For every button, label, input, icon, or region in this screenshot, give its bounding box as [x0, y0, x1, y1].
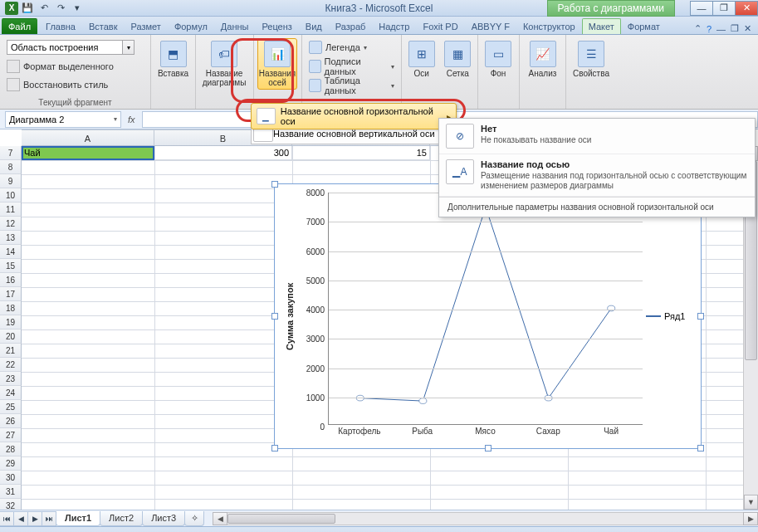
- row-header-16[interactable]: 16: [0, 273, 22, 287]
- row-header-23[interactable]: 23: [0, 372, 22, 386]
- row-header-13[interactable]: 13: [0, 231, 22, 245]
- tab-formulas[interactable]: Формул: [168, 18, 214, 34]
- window-close[interactable]: ✕: [735, 1, 758, 16]
- fx-icon[interactable]: fx: [121, 115, 142, 124]
- submenu-horiz-axis-title[interactable]: ▁ Название основной горизонтальной оси▸: [251, 103, 457, 129]
- name-box[interactable]: Диаграмма 2▾: [5, 111, 121, 128]
- format-selection-button[interactable]: Формат выделенного: [3, 58, 147, 75]
- row-header-12[interactable]: 12: [0, 217, 22, 231]
- gridlines-button[interactable]: ▦Сетка: [442, 38, 475, 81]
- analysis-button[interactable]: 📈Анализ: [523, 38, 562, 81]
- horizontal-scrollbar[interactable]: ◀ ▶: [213, 512, 758, 525]
- row-header-30[interactable]: 30: [0, 471, 22, 485]
- tab-addins[interactable]: Надстр: [372, 18, 416, 34]
- insert-shapes-button[interactable]: ⬒Вставка: [154, 38, 192, 81]
- qa-redo[interactable]: ↷: [53, 2, 68, 15]
- reset-style-button[interactable]: Восстановить стиль: [3, 76, 147, 93]
- row-header-26[interactable]: 26: [0, 414, 22, 428]
- axes-button[interactable]: ⊞Оси: [405, 38, 438, 81]
- row-header-27[interactable]: 27: [0, 428, 22, 442]
- row-header-10[interactable]: 10: [0, 188, 22, 203]
- data-labels-button[interactable]: Подписи данных▾: [306, 57, 398, 76]
- embedded-chart[interactable]: Сумма закупок 01000200030004000500060007…: [274, 183, 702, 449]
- row-header-19[interactable]: 19: [0, 315, 22, 329]
- row-header-31[interactable]: 31: [0, 485, 22, 499]
- sheet-tab-2[interactable]: Лист2: [100, 511, 143, 526]
- chart-handle-w[interactable]: [271, 313, 278, 320]
- chart-title-button[interactable]: 🏷Название диаграммы: [199, 38, 249, 90]
- row-header-28[interactable]: 28: [0, 442, 22, 456]
- window-restore[interactable]: ❐: [712, 1, 736, 16]
- legend-button[interactable]: Легенда▾: [306, 38, 398, 56]
- chart-handle-se[interactable]: [697, 445, 704, 451]
- row-header-20[interactable]: 20: [0, 329, 22, 344]
- qa-customise[interactable]: ▾: [70, 2, 85, 15]
- help-icon[interactable]: ?: [707, 24, 712, 34]
- plot-area-bg-button[interactable]: ▭Фон: [482, 38, 515, 81]
- row-header-17[interactable]: 17: [0, 287, 22, 301]
- cell-C7[interactable]: 15: [292, 146, 430, 160]
- row-header-14[interactable]: 14: [0, 245, 22, 259]
- chart-legend[interactable]: Ряд1: [646, 311, 692, 321]
- scroll-down-button[interactable]: ▼: [744, 495, 758, 510]
- tab-data[interactable]: Данны: [214, 18, 256, 34]
- axis-titles-button[interactable]: 📊Названия осей: [257, 38, 297, 90]
- cell-A7[interactable]: Чай: [22, 146, 154, 160]
- chart-properties-button[interactable]: ☰Свойства: [570, 38, 613, 81]
- tab-chart-format[interactable]: Формат: [621, 18, 667, 34]
- tab-nav-prev[interactable]: ◀: [13, 511, 28, 526]
- tab-chart-layout[interactable]: Макет: [582, 18, 621, 34]
- tab-foxit[interactable]: Foxit PD: [416, 18, 464, 34]
- row-header-11[interactable]: 11: [0, 203, 22, 217]
- row-header-25[interactable]: 25: [0, 400, 22, 414]
- hscroll-thumb[interactable]: [227, 514, 335, 524]
- tab-pagelayout[interactable]: Размет: [125, 18, 168, 34]
- tab-nav-next[interactable]: ▶: [27, 511, 42, 526]
- row-header-22[interactable]: 22: [0, 358, 22, 372]
- cell-B7[interactable]: 300: [154, 146, 292, 160]
- tab-abbyy[interactable]: ABBYY F: [465, 18, 516, 34]
- row-header-32[interactable]: 32: [0, 499, 22, 510]
- chart-handle-sw[interactable]: [271, 445, 278, 451]
- qa-undo[interactable]: ↶: [37, 2, 51, 15]
- row-header-7[interactable]: 7: [0, 146, 22, 160]
- row-header-9[interactable]: 9: [0, 174, 22, 188]
- new-sheet-button[interactable]: ✧: [184, 511, 204, 526]
- sheet-tab-1[interactable]: Лист1: [56, 511, 100, 526]
- chart-handle-e[interactable]: [697, 313, 704, 320]
- hscroll-left[interactable]: ◀: [213, 512, 227, 525]
- window-minimize[interactable]: —: [690, 1, 713, 16]
- row-header-15[interactable]: 15: [0, 259, 22, 273]
- ribbon-collapse[interactable]: ⌃: [694, 23, 702, 34]
- wb-restore[interactable]: ❐: [731, 23, 739, 34]
- row-header-18[interactable]: 18: [0, 301, 22, 315]
- row-header-29[interactable]: 29: [0, 456, 22, 471]
- chart-plot-area[interactable]: [328, 193, 643, 425]
- sheet-tab-3[interactable]: Лист3: [142, 511, 185, 526]
- tab-view[interactable]: Вид: [299, 18, 329, 34]
- axis-title-option-below[interactable]: ▁A Название под осьюРазмещение названия …: [439, 154, 755, 197]
- tab-nav-first[interactable]: ⏮: [0, 511, 14, 526]
- tab-file[interactable]: Файл: [2, 18, 37, 34]
- tab-review[interactable]: Реценз: [255, 18, 298, 34]
- chart-element-selector[interactable]: Область построения▾: [3, 38, 147, 56]
- wb-minimize[interactable]: —: [716, 24, 726, 34]
- axis-title-option-none[interactable]: ⊘ НетНе показывать название оси: [439, 119, 755, 154]
- tab-home[interactable]: Главна: [39, 18, 82, 34]
- chart-y-axis-title[interactable]: Сумма закупок: [283, 193, 296, 440]
- row-headers[interactable]: 7891011121314151617181920212223242526272…: [0, 146, 22, 510]
- chart-handle-nw[interactable]: [271, 181, 278, 188]
- tab-chart-design[interactable]: Конструктор: [516, 18, 582, 34]
- tab-insert[interactable]: Вставк: [82, 18, 125, 34]
- wb-close[interactable]: ✕: [744, 23, 751, 34]
- row-header-21[interactable]: 21: [0, 344, 22, 358]
- row-header-8[interactable]: 8: [0, 160, 22, 174]
- tab-developer[interactable]: Разраб: [329, 18, 373, 34]
- tab-nav-last[interactable]: ⏭: [42, 511, 56, 526]
- data-table-button[interactable]: Таблица данных▾: [306, 76, 398, 95]
- row-header-24[interactable]: 24: [0, 386, 22, 400]
- qa-save[interactable]: 💾: [20, 2, 35, 15]
- chart-handle-s[interactable]: [485, 445, 491, 451]
- col-header-A[interactable]: A: [22, 130, 154, 145]
- hscroll-right[interactable]: ▶: [743, 512, 758, 525]
